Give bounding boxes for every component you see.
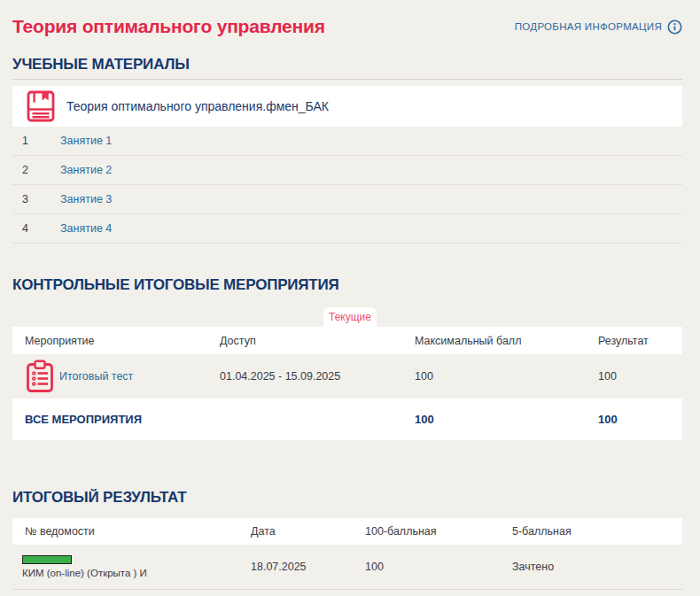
- section-heading-materials: УЧЕБНЫЕ МАТЕРИАЛЫ: [12, 56, 682, 74]
- control-events-table-header: Мероприятие Доступ Максимальный балл Рез…: [12, 327, 682, 354]
- course-file-label: Теория оптимального управления.фмен_БАК: [66, 99, 329, 113]
- page-title: Теория оптимального управления: [12, 16, 325, 37]
- lesson-number: 3: [22, 193, 60, 205]
- table-row: КИМ (on-line) (Открыта ) И 18.07.2025 10…: [12, 545, 682, 590]
- detailed-info-link[interactable]: ПОДРОБНАЯ ИНФОРМАЦИЯ: [515, 19, 682, 35]
- sheet-label: КИМ (on-line) (Открыта ) И: [22, 568, 251, 578]
- access-cell: 01.04.2025 - 15.09.2025: [220, 370, 415, 383]
- course-file-link[interactable]: Теория оптимального управления.фмен_БАК: [12, 86, 682, 127]
- lesson-link-3[interactable]: Занятие 3: [60, 193, 112, 205]
- lesson-number: 4: [22, 222, 60, 235]
- column-header-sheet: № ведомости: [12, 525, 251, 538]
- column-header-scale5: 5-балльная: [512, 525, 682, 538]
- sheet-cell: КИМ (on-line) (Открыта ) И: [12, 555, 251, 578]
- page-header: Теория оптимального управления ПОДРОБНАЯ…: [12, 0, 682, 42]
- event-cell: Итоговый тест: [12, 360, 220, 393]
- result-cell: 100: [598, 370, 682, 383]
- column-header-scale100: 100-балльная: [365, 525, 512, 538]
- footer-max-score: 100: [415, 413, 598, 426]
- lesson-link-2[interactable]: Занятие 2: [60, 164, 112, 176]
- tab-row: Текущие: [12, 307, 682, 327]
- table-row: Итоговый тест 01.04.2025 - 15.09.2025 10…: [12, 354, 682, 399]
- lesson-row: 3 Занятие 3: [12, 185, 682, 214]
- column-header-max-score: Максимальный балл: [415, 335, 598, 347]
- max-score-cell: 100: [415, 370, 598, 383]
- section-heading-final-result: ИТОГОВЫЙ РЕЗУЛЬТАТ: [12, 489, 682, 507]
- final-result-table-header: № ведомости Дата 100-балльная 5-балльная: [12, 518, 682, 545]
- lesson-link-1[interactable]: Занятие 1: [60, 135, 112, 147]
- table-footer-row: ВСЕ МЕРОПРИЯТИЯ 100 100: [12, 399, 682, 440]
- score100-cell: 100: [365, 561, 512, 573]
- score5-cell: Зачтено: [512, 561, 682, 573]
- section-heading-control-events: КОНТРОЛЬНЫЕ ИТОГОВЫЕ МЕРОПРИЯТИЯ: [12, 276, 682, 294]
- divider: [12, 79, 682, 80]
- lesson-link-4[interactable]: Занятие 4: [60, 222, 112, 235]
- lesson-row: 1 Занятие 1: [12, 127, 682, 156]
- book-icon: [27, 90, 55, 122]
- column-header-result: Результат: [598, 335, 682, 347]
- column-header-access: Доступ: [220, 335, 415, 347]
- clipboard-icon: [25, 360, 55, 393]
- page-content: Теория оптимального управления ПОДРОБНАЯ…: [12, 0, 682, 590]
- lesson-number: 2: [22, 164, 60, 176]
- tab-current[interactable]: Текущие: [323, 307, 377, 327]
- column-header-event: Мероприятие: [12, 335, 220, 347]
- lesson-row: 4 Занятие 4: [12, 214, 682, 244]
- detailed-info-label: ПОДРОБНАЯ ИНФОРМАЦИЯ: [515, 21, 662, 32]
- date-cell: 18.07.2025: [251, 561, 365, 573]
- lesson-number: 1: [22, 135, 60, 147]
- final-test-link[interactable]: Итоговый тест: [59, 370, 133, 383]
- lesson-row: 2 Занятие 2: [12, 156, 682, 185]
- info-icon: [667, 19, 682, 35]
- footer-result: 100: [598, 413, 682, 426]
- column-header-date: Дата: [251, 525, 365, 538]
- progress-bar: [22, 555, 72, 564]
- all-events-label: ВСЕ МЕРОПРИЯТИЯ: [12, 413, 220, 426]
